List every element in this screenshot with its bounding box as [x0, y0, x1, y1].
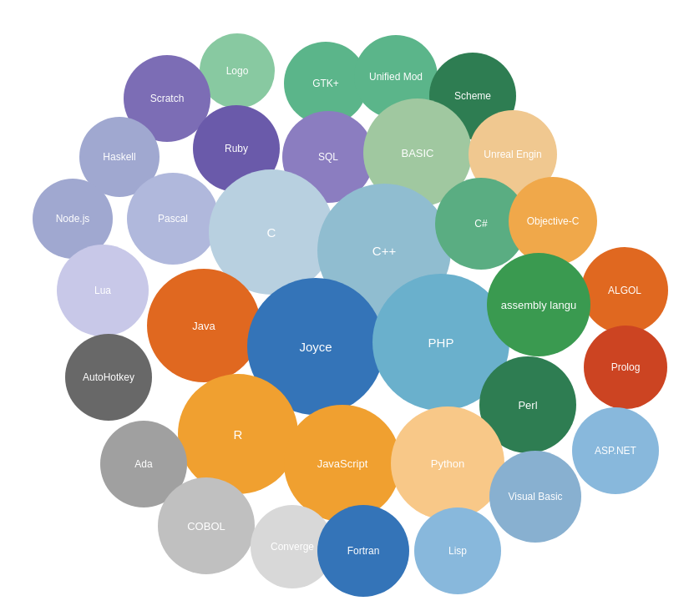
bubble-pascal[interactable]: Pascal: [127, 173, 219, 265]
bubble-visual-basic[interactable]: Visual Basic: [489, 451, 581, 543]
bubble-logo[interactable]: Logo: [200, 33, 275, 109]
bubble-autohotkey[interactable]: AutoHotkey: [65, 334, 152, 421]
bubble-lisp[interactable]: Lisp: [414, 507, 501, 594]
bubble-python[interactable]: Python: [391, 406, 504, 520]
bubble-assembly[interactable]: assembly langu: [487, 253, 590, 356]
bubble-java[interactable]: Java: [147, 269, 261, 382]
bubble-r[interactable]: R: [178, 374, 298, 494]
bubble-lua[interactable]: Lua: [57, 245, 149, 336]
bubble-chart: LogoGTK+Unified ModSchemeScratchRubySQLB…: [0, 0, 694, 616]
bubble-algol[interactable]: ALGOL: [581, 247, 668, 334]
bubble-javascript[interactable]: JavaScript: [284, 405, 401, 522]
bubble-fortran[interactable]: Fortran: [317, 505, 409, 597]
bubble-asp-net[interactable]: ASP.NET: [572, 407, 659, 494]
bubble-objective-c[interactable]: Objective-C: [509, 177, 597, 265]
bubble-cobol[interactable]: COBOL: [158, 477, 255, 574]
bubble-prolog[interactable]: Prolog: [584, 326, 667, 409]
